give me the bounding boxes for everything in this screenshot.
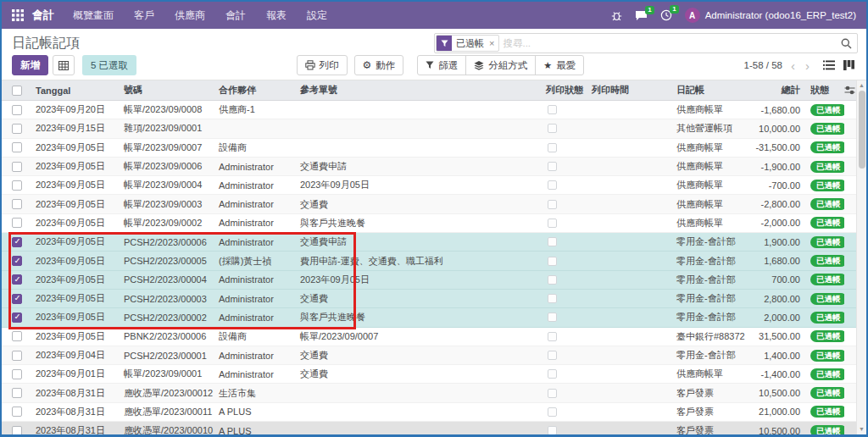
cell-reference: 交通費	[297, 292, 542, 305]
print-status-checkbox	[548, 369, 557, 379]
cell-reference: 交通費	[297, 198, 542, 211]
print-status-checkbox	[548, 162, 557, 171]
column-header-total[interactable]: 總計	[751, 84, 807, 97]
table-row[interactable]: 2023年08月31日 應收憑單/2023/00010 A PLUS 客戶發票 …	[2, 422, 856, 434]
topbar-menu-item-5[interactable]: 設定	[307, 8, 327, 23]
topbar-menu-item-0[interactable]: 概覽畫面	[73, 8, 114, 23]
table-row[interactable]: 2023年09月05日 帳單/2023/09/0002 Administrato…	[2, 214, 856, 233]
table-row[interactable]: 2023年09月05日 PCSH2/2023/00003 Administrat…	[2, 290, 856, 308]
row-checkbox[interactable]	[12, 180, 22, 191]
table-row[interactable]: 2023年09月05日 PCSH2/2023/00004 Administrat…	[2, 271, 856, 290]
favorites-button[interactable]: ★ 最愛	[535, 55, 584, 75]
search-input[interactable]	[503, 38, 837, 48]
table-row[interactable]: 2023年09月05日 PCSH2/2023/00002 Administrat…	[2, 308, 856, 327]
table-row[interactable]: 2023年09月05日 PCSH2/2023/00005 (採購)黃士禎 費用申…	[2, 252, 856, 270]
row-checkbox[interactable]	[12, 199, 22, 209]
activities-count-badge: 1	[670, 5, 678, 14]
row-checkbox[interactable]	[12, 256, 22, 266]
table-row[interactable]: 2023年08月31日 應收憑單/2023/00012 生活市集 客戶發票 10…	[2, 384, 856, 402]
optional-columns-icon[interactable]	[844, 86, 856, 95]
new-button[interactable]: 新增	[12, 55, 48, 75]
table-row[interactable]: 2023年09月05日 帳單/2023/09/0006 Administrato…	[2, 158, 856, 176]
row-checkbox[interactable]	[12, 105, 22, 115]
topbar-menu-item-2[interactable]: 供應商	[175, 8, 205, 23]
scroll-up-icon[interactable]: ▲	[859, 80, 865, 91]
column-header-reference[interactable]: 參考單號	[297, 84, 542, 97]
row-checkbox[interactable]	[12, 331, 22, 341]
column-header-partner[interactable]: 合作夥伴	[215, 84, 297, 97]
row-checkbox[interactable]	[12, 142, 22, 152]
debug-bug-icon[interactable]	[611, 10, 622, 21]
table-row[interactable]: 2023年09月05日 PBNK2/2023/00006 設備商 帳單/2023…	[2, 328, 856, 346]
messages-icon[interactable]: 1	[635, 10, 648, 21]
table-row[interactable]: 2023年09月05日 帳單/2023/09/0004 Administrato…	[2, 176, 856, 195]
column-header-print-status[interactable]: 列印狀態	[542, 84, 588, 97]
print-status-checkbox	[548, 275, 557, 285]
cell-partner: 供應商-1	[215, 103, 297, 116]
cell-total: 2,800.00	[751, 294, 807, 304]
cell-number: PCSH2/2023/00005	[120, 256, 215, 266]
search-facet[interactable]: 已過帳 ×	[436, 35, 499, 52]
cell-journal: 零用金-會計部	[673, 255, 751, 268]
table-row[interactable]: 2023年09月15日 雜項/2023/09/0001 其他營運帳項 10,00…	[2, 119, 856, 138]
table-row[interactable]: 2023年08月31日 應收憑單/2023/00011 A PLUS 客戶發票 …	[2, 403, 856, 422]
list-view-button[interactable]	[823, 60, 835, 70]
row-checkbox[interactable]	[12, 426, 22, 434]
column-header-journal[interactable]: 日記帳	[673, 84, 751, 97]
current-app-name[interactable]: 會計	[32, 8, 54, 23]
scrollbar-thumb[interactable]	[859, 91, 865, 169]
action-button[interactable]: ⚙ 動作	[354, 55, 404, 75]
table-row[interactable]: 2023年09月05日 帳單/2023/09/0003 Administrato…	[2, 195, 856, 213]
facet-remove-icon[interactable]: ×	[488, 38, 498, 48]
user-menu[interactable]: A Administrator (odoo16_ERP_test2)	[685, 8, 856, 23]
select-all-checkbox[interactable]	[12, 86, 22, 96]
pager-range: 1-58 / 58	[744, 60, 782, 70]
column-header-date[interactable]: Tanggal	[32, 86, 120, 96]
search-facet-label: 已過帳	[452, 37, 488, 50]
table-row[interactable]: 2023年09月05日 PCSH2/2023/00006 Administrat…	[2, 233, 856, 252]
row-checkbox[interactable]	[12, 388, 22, 398]
column-header-number[interactable]: 號碼	[120, 84, 215, 97]
table-row[interactable]: 2023年09月05日 帳單/2023/09/0007 設備商 供應商帳單 -3…	[2, 139, 856, 158]
cell-reference: 與客戶共進晚餐	[297, 311, 542, 324]
topbar-menu-item-3[interactable]: 會計	[225, 8, 246, 23]
pager-next-icon[interactable]: ›	[805, 58, 810, 73]
column-header-print-time[interactable]: 列印時間	[588, 84, 673, 97]
row-checkbox[interactable]	[12, 407, 22, 417]
cell-total: -1,900.00	[751, 162, 807, 172]
topbar-menu-item-1[interactable]: 客戶	[134, 8, 154, 23]
spreadsheet-button[interactable]	[53, 55, 75, 75]
status-badge: 已過帳	[810, 330, 844, 342]
row-checkbox[interactable]	[12, 274, 22, 285]
table-row[interactable]: 2023年09月01日 帳單/2023/09/0001 Administrato…	[2, 365, 856, 384]
print-button[interactable]: 列印	[297, 55, 348, 75]
topbar-menu: 概覽畫面客戶供應商會計報表設定	[73, 8, 327, 23]
filters-button[interactable]: 篩選	[417, 55, 466, 75]
table-row[interactable]: 2023年09月04日 PCSH2/2023/00001 Administrat…	[2, 346, 856, 365]
row-checkbox[interactable]	[12, 369, 22, 379]
table-row[interactable]: 2023年09月20日 帳單/2023/09/0008 供應商-1 供應商帳單 …	[2, 101, 856, 119]
cell-number: 帳單/2023/09/0007	[120, 141, 215, 154]
row-checkbox[interactable]	[12, 294, 22, 304]
kanban-view-button[interactable]	[843, 60, 854, 70]
search-icon[interactable]	[841, 38, 852, 49]
cell-journal: 供應商帳單	[673, 198, 751, 211]
scroll-down-icon[interactable]: ▼	[859, 424, 865, 434]
topbar-menu-item-4[interactable]: 報表	[266, 8, 287, 23]
row-checkbox[interactable]	[12, 237, 22, 247]
column-header-status[interactable]: 狀態	[807, 84, 844, 97]
apps-menu-button[interactable]	[12, 9, 24, 21]
journal-entries-list: Tanggal 號碼 合作夥伴 參考單號 列印狀態 列印時間 日記帳 總計 狀態…	[2, 80, 866, 434]
row-checkbox[interactable]	[12, 313, 22, 323]
groupby-button[interactable]: 分組方式	[465, 55, 536, 75]
search-bar[interactable]: 已過帳 ×	[434, 33, 858, 53]
cell-date: 2023年08月31日	[32, 387, 120, 400]
vertical-scrollbar[interactable]: ▲ ▼	[856, 80, 866, 434]
cell-partner: Administrator	[215, 369, 297, 379]
row-checkbox[interactable]	[12, 218, 22, 228]
row-checkbox[interactable]	[12, 124, 22, 134]
pager-prev-icon[interactable]: ‹	[791, 58, 795, 73]
row-checkbox[interactable]	[12, 351, 22, 361]
row-checkbox[interactable]	[12, 162, 22, 172]
activities-clock-icon[interactable]: 1	[660, 9, 672, 21]
